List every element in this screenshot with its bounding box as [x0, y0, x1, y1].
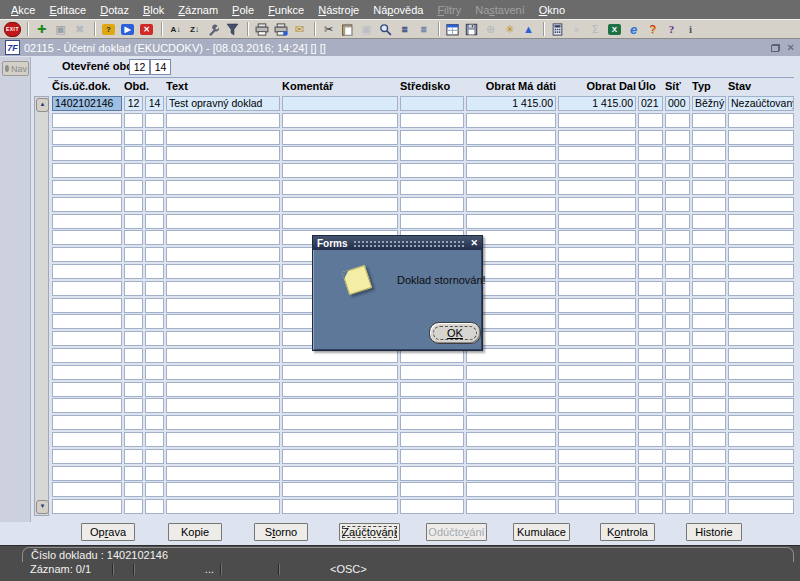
calculator-icon[interactable] — [549, 21, 566, 37]
cell-komentar[interactable] — [282, 382, 398, 397]
browser-icon[interactable]: e — [625, 21, 642, 37]
cell-typ[interactable] — [692, 163, 726, 178]
cell-stav[interactable] — [728, 348, 794, 363]
cell-komentar[interactable] — [282, 197, 398, 212]
cell-obrat_ma_dati[interactable] — [466, 163, 556, 178]
cell-typ[interactable] — [692, 348, 726, 363]
cell-obd2[interactable] — [145, 113, 164, 128]
cell-text[interactable] — [166, 314, 280, 329]
cell-sit[interactable] — [665, 382, 690, 397]
sort-ascending-icon[interactable]: A↓ — [167, 21, 184, 37]
mountain-icon[interactable]: ▲ — [520, 21, 537, 37]
cell-obd1[interactable] — [124, 113, 143, 128]
menu-item-zaznam[interactable]: Záznam — [171, 4, 225, 16]
cell-obrat_dal[interactable] — [558, 314, 636, 329]
cell-komentar[interactable] — [282, 449, 398, 464]
web-icon[interactable]: ✳ — [501, 21, 518, 37]
cell-obrat_dal[interactable] — [558, 331, 636, 346]
cell-ulo[interactable] — [638, 298, 663, 313]
cell-text[interactable] — [166, 264, 280, 279]
cell-text[interactable] — [166, 466, 280, 481]
cell-stav[interactable] — [728, 298, 794, 313]
globe-icon[interactable]: ⊕ — [482, 21, 499, 37]
cell-obrat_ma_dati[interactable] — [466, 415, 556, 430]
cell-text[interactable] — [166, 163, 280, 178]
cell-ulo[interactable] — [638, 499, 663, 514]
cell-komentar[interactable] — [282, 415, 398, 430]
cell-text[interactable] — [166, 415, 280, 430]
execute-query-icon[interactable]: ▶ — [119, 21, 136, 37]
cell-obrat_dal[interactable] — [558, 382, 636, 397]
cell-obd2[interactable] — [145, 432, 164, 447]
button-kopie[interactable]: Kopie — [168, 523, 222, 541]
button-kontrola[interactable]: Kontrola — [600, 523, 655, 541]
cell-cislo[interactable] — [52, 230, 122, 245]
sum-icon[interactable]: Σ — [587, 21, 604, 37]
cell-obd2[interactable] — [145, 298, 164, 313]
cell-stav[interactable] — [728, 264, 794, 279]
cell-obd1[interactable] — [124, 449, 143, 464]
cell-obrat_dal[interactable] — [558, 146, 636, 161]
cell-komentar[interactable] — [282, 214, 398, 229]
cell-komentar[interactable] — [282, 432, 398, 447]
cell-cislo[interactable] — [52, 163, 122, 178]
cell-stav[interactable] — [728, 281, 794, 296]
cell-obrat_ma_dati[interactable] — [466, 432, 556, 447]
menu-item-dotaz[interactable]: Dotaz — [93, 4, 136, 16]
cell-text[interactable] — [166, 382, 280, 397]
menu-item-nastaveni[interactable]: Nastavení — [468, 4, 532, 16]
button-oprava[interactable]: Oprava — [81, 523, 135, 541]
cell-text[interactable] — [166, 398, 280, 413]
cell-ulo[interactable] — [638, 466, 663, 481]
cell-stredisko[interactable] — [400, 180, 464, 195]
cell-sit[interactable] — [665, 247, 690, 262]
cell-typ[interactable] — [692, 466, 726, 481]
cell-text[interactable] — [166, 482, 280, 497]
cell-typ[interactable] — [692, 214, 726, 229]
cell-ulo[interactable] — [638, 197, 663, 212]
print-icon[interactable] — [253, 21, 270, 37]
cell-text[interactable] — [166, 214, 280, 229]
menu-item-napoveda[interactable]: Nápověda — [366, 4, 430, 16]
cell-obrat_dal[interactable] — [558, 197, 636, 212]
cell-ulo[interactable] — [638, 247, 663, 262]
cell-stredisko[interactable] — [400, 415, 464, 430]
cell-stav[interactable] — [728, 432, 794, 447]
cell-obrat_dal[interactable] — [558, 230, 636, 245]
cell-obrat_ma_dati[interactable] — [466, 180, 556, 195]
enter-query-icon[interactable]: ? — [100, 21, 117, 37]
cell-obd2[interactable] — [145, 382, 164, 397]
cell-stredisko[interactable] — [400, 365, 464, 380]
cell-typ[interactable] — [692, 230, 726, 245]
cell-ulo[interactable] — [638, 163, 663, 178]
cell-cislo[interactable] — [52, 499, 122, 514]
cell-obd2[interactable] — [145, 314, 164, 329]
cell-obd1[interactable] — [124, 214, 143, 229]
cell-stav[interactable] — [728, 314, 794, 329]
cell-cislo[interactable] — [52, 415, 122, 430]
cell-cislo[interactable] — [52, 398, 122, 413]
cell-obd1[interactable] — [124, 247, 143, 262]
cell-sit[interactable] — [665, 130, 690, 145]
cell-obrat_ma_dati[interactable] — [466, 113, 556, 128]
cell-obd2[interactable] — [145, 281, 164, 296]
menu-item-editace[interactable]: Editace — [42, 4, 93, 16]
cell-obd1[interactable] — [124, 163, 143, 178]
cell-cislo[interactable] — [52, 432, 122, 447]
restore-icon[interactable] — [771, 44, 780, 52]
ok-button[interactable]: OK — [429, 322, 481, 344]
cell-sit[interactable] — [665, 113, 690, 128]
cell-cislo[interactable] — [52, 130, 122, 145]
cell-obd1[interactable] — [124, 298, 143, 313]
cell-sit[interactable] — [665, 214, 690, 229]
cell-obrat_dal[interactable] — [558, 113, 636, 128]
cell-text[interactable] — [166, 499, 280, 514]
cell-sit[interactable] — [665, 466, 690, 481]
cell-obrat_dal[interactable] — [558, 449, 636, 464]
cell-typ[interactable] — [692, 298, 726, 313]
copy-icon[interactable]: ▣ — [358, 21, 375, 37]
insert-record-icon[interactable]: ✚ — [33, 21, 50, 37]
cell-obd1[interactable] — [124, 146, 143, 161]
cell-cislo[interactable] — [52, 264, 122, 279]
cell-obrat_dal[interactable]: 1 415.00 — [558, 96, 636, 111]
